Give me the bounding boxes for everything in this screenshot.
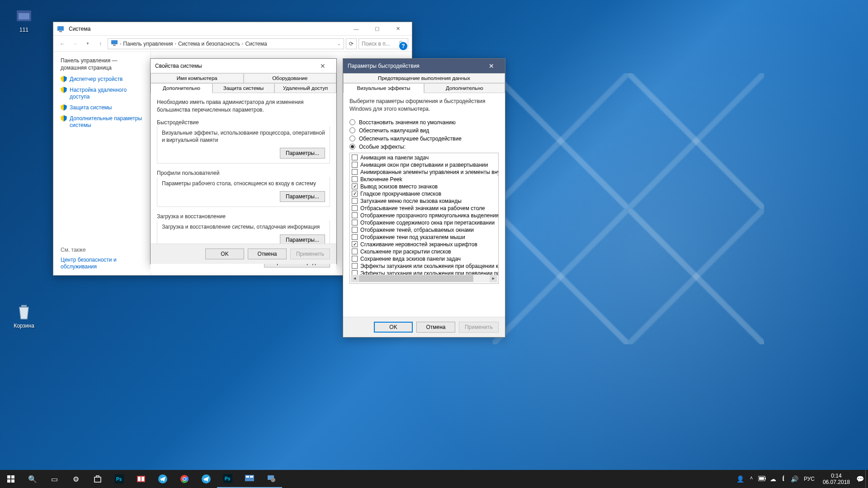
checkbox-option[interactable]: Анимация окон при свертывании и разверты… <box>352 161 496 169</box>
checkbox-option[interactable]: Отображение содержимого окна при перетас… <box>352 219 496 226</box>
notifications-icon[interactable]: 💬 <box>854 475 865 483</box>
scroll-thumb[interactable] <box>359 275 473 282</box>
show-desktop-button[interactable] <box>865 470 868 488</box>
sidebar-home-link[interactable]: Панель управления — домашняя страница <box>61 57 143 71</box>
checkbox-option[interactable]: Затухание меню после вызова команды <box>352 197 496 205</box>
checkbox-option[interactable]: Скольжение при раскрытии списков <box>352 248 496 255</box>
close-button[interactable]: ✕ <box>314 62 332 70</box>
checkbox-option[interactable]: Включение Peek <box>352 176 496 183</box>
checkbox-option[interactable]: Гладкое прокручивание списков <box>352 190 496 197</box>
checkbox-option[interactable]: Анимированные элементы управления и элем… <box>352 169 496 176</box>
recent-dropdown[interactable]: ▼ <box>82 38 93 49</box>
apply-button[interactable]: Применить <box>459 322 499 333</box>
computer-icon <box>57 25 64 33</box>
system-properties-taskbar-icon[interactable] <box>260 470 282 488</box>
chevron-right-icon: › <box>175 41 176 46</box>
performance-settings-button[interactable]: Параметры... <box>280 148 325 159</box>
maximize-button[interactable]: ▢ <box>367 22 387 36</box>
search-button[interactable]: 🔍 <box>22 470 43 488</box>
desktop-icon-folder[interactable]: 111 <box>7 7 41 33</box>
folder-icon <box>15 7 33 25</box>
window-titlebar[interactable]: Система — ▢ ✕ <box>53 22 412 36</box>
forward-button[interactable]: → <box>70 38 80 49</box>
checkbox-option[interactable]: Вывод эскизов вместо значков <box>352 183 496 190</box>
apply-button[interactable]: Применить <box>290 249 330 259</box>
tab-protection[interactable]: Защита системы <box>212 83 274 93</box>
onedrive-icon[interactable]: ☁ <box>768 475 778 483</box>
breadcrumb-segment[interactable]: Система и безопасность <box>178 41 240 47</box>
radio-label: Обеспечить наилучшее быстродействие <box>359 136 462 142</box>
profiles-settings-button[interactable]: Параметры... <box>280 191 325 202</box>
tray-expand-icon[interactable]: ＾ <box>746 475 757 483</box>
total-commander-icon[interactable] <box>130 470 152 488</box>
breadcrumb-segment[interactable]: Система <box>245 41 267 47</box>
checkbox-option[interactable]: Отображение теней, отбрасываемых окнами <box>352 226 496 234</box>
sidebar-link-protection[interactable]: Защита системы <box>61 104 143 112</box>
desktop-icon-recycle-bin[interactable]: Корзина <box>7 303 41 329</box>
checkbox-option[interactable]: Сохранение вида эскизов панели задач <box>352 255 496 263</box>
tab-advanced[interactable]: Дополнительно <box>424 83 505 93</box>
svg-text:Ps: Ps <box>225 476 231 481</box>
sidebar-link-device-manager[interactable]: Диспетчер устройств <box>61 76 143 83</box>
photoshop-taskbar-icon[interactable]: Ps <box>217 470 239 488</box>
radio-option[interactable]: Обеспечить наилучшее быстродействие <box>349 136 499 142</box>
breadcrumb[interactable]: › Панель управления › Система и безопасн… <box>108 38 344 49</box>
language-indicator[interactable]: РУС <box>800 476 818 482</box>
tab-remote[interactable]: Удаленный доступ <box>274 83 336 93</box>
chrome-icon[interactable] <box>174 470 195 488</box>
checkbox-option[interactable]: Отображение тени под указателем мыши <box>352 234 496 241</box>
computer-icon <box>111 40 118 47</box>
settings-icon[interactable]: ⚙ <box>65 470 87 488</box>
close-button[interactable]: ✕ <box>482 62 500 70</box>
minimize-button[interactable]: — <box>346 22 367 36</box>
radio-option[interactable]: Восстановить значения по умолчанию <box>349 119 499 126</box>
battery-icon[interactable] <box>757 475 768 483</box>
sidebar-link-remote[interactable]: Настройка удаленного доступа <box>61 87 143 101</box>
ok-button[interactable]: OK <box>374 322 413 333</box>
dialog-titlebar[interactable]: Свойства системы ✕ <box>151 59 336 73</box>
dialog-titlebar[interactable]: Параметры быстродействия ✕ <box>343 59 505 73</box>
radio-option[interactable]: Обеспечить наилучший вид <box>349 127 499 134</box>
back-button[interactable]: ← <box>57 38 68 49</box>
help-icon[interactable]: ? <box>399 42 407 50</box>
refresh-button[interactable]: ⟳ <box>346 38 357 49</box>
effects-checklist[interactable]: Анимация на панели задачАнимация окон пр… <box>349 153 499 284</box>
telegram-icon[interactable] <box>152 470 174 488</box>
checkbox-option[interactable]: Сглаживание неровностей экранных шрифтов <box>352 241 496 248</box>
telegram-desktop-icon[interactable] <box>195 470 217 488</box>
cancel-button[interactable]: Отмена <box>416 322 455 333</box>
tab-visual-effects[interactable]: Визуальные эффекты <box>343 83 424 93</box>
wifi-icon[interactable] <box>778 475 789 483</box>
svg-point-22 <box>183 478 186 480</box>
checkbox-option[interactable]: Эффекты затухания или скольжения при обр… <box>352 263 496 270</box>
photoshop-icon[interactable]: Ps <box>108 470 130 488</box>
tab-hardware[interactable]: Оборудование <box>244 73 337 83</box>
radio-icon <box>349 144 355 150</box>
ok-button[interactable]: OK <box>205 249 244 259</box>
checkbox-label: Отображение прозрачного прямоугольника в… <box>360 212 499 219</box>
start-button[interactable] <box>0 470 22 488</box>
taskbar-clock[interactable]: 0:14 06.07.2018 <box>818 473 854 486</box>
checkbox-option[interactable]: Отбрасывание теней значками на рабочем с… <box>352 205 496 212</box>
volume-icon[interactable]: 🔊 <box>789 475 800 483</box>
close-button[interactable]: ✕ <box>387 22 408 36</box>
people-icon[interactable]: 👤 <box>735 475 746 483</box>
cancel-button[interactable]: Отмена <box>248 249 287 259</box>
tab-dep[interactable]: Предотвращение выполнения данных <box>343 73 505 83</box>
checkbox-option[interactable]: Анимация на панели задач <box>352 154 496 161</box>
tab-computer-name[interactable]: Имя компьютера <box>151 73 244 83</box>
tab-advanced[interactable]: Дополнительно <box>151 83 212 93</box>
scroll-right-button[interactable]: ► <box>490 275 497 282</box>
address-dropdown[interactable]: ⌄ <box>337 42 341 46</box>
horizontal-scrollbar[interactable]: ◄ ► <box>351 275 497 282</box>
checkbox-option[interactable]: Отображение прозрачного прямоугольника в… <box>352 212 496 219</box>
sidebar-link-security-center[interactable]: Центр безопасности и обслуживания <box>61 257 143 271</box>
control-panel-taskbar-icon[interactable] <box>239 470 260 488</box>
task-view-button[interactable]: ▭ <box>43 470 65 488</box>
up-button[interactable]: ↑ <box>95 38 106 49</box>
sidebar-link-advanced[interactable]: Дополнительные параметры системы <box>61 115 143 129</box>
scroll-left-button[interactable]: ◄ <box>351 275 359 282</box>
store-icon[interactable] <box>87 470 108 488</box>
breadcrumb-segment[interactable]: Панель управления <box>123 41 173 47</box>
radio-option[interactable]: Особые эффекты: <box>349 144 499 150</box>
